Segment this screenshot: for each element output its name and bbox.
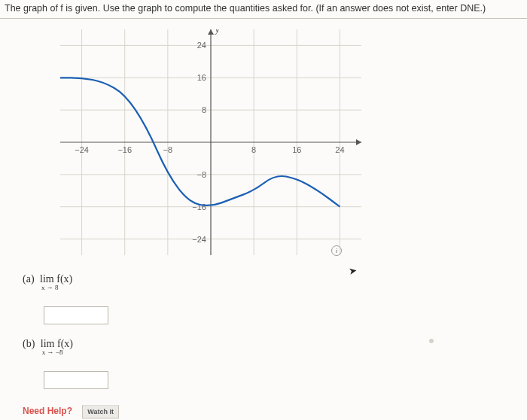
info-icon[interactable]: i (331, 245, 342, 256)
decorative-dot (429, 339, 434, 343)
svg-text:24: 24 (197, 41, 206, 50)
svg-marker-14 (356, 139, 361, 145)
svg-text:y: y (215, 29, 220, 35)
svg-text:8: 8 (202, 105, 206, 114)
svg-text:−8: −8 (163, 145, 173, 154)
svg-text:8: 8 (251, 145, 256, 154)
cursor-arrow-icon: ➤ (348, 264, 358, 277)
svg-text:−24: −24 (192, 235, 206, 244)
svg-text:16: 16 (197, 73, 206, 82)
question-b-expression: lim f(x) (41, 338, 73, 349)
question-a-label: (a) (23, 273, 35, 285)
question-b-label: (b) (23, 338, 35, 350)
graph-container: −24−16−881624−24−16−881624xy (0, 19, 527, 255)
watch-it-button[interactable]: Watch It (82, 405, 119, 418)
need-help-label: Need Help? (23, 406, 72, 416)
answer-input-b[interactable] (44, 371, 108, 389)
svg-text:−24: −24 (75, 145, 89, 154)
graph-of-f: −24−16−881624−24−16−881624xy (60, 29, 361, 255)
svg-text:−16: −16 (117, 145, 132, 154)
need-help-row: Need Help? Watch It (23, 405, 119, 418)
svg-text:24: 24 (335, 145, 344, 154)
instruction-text: The graph of f is given. Use the graph t… (0, 0, 527, 19)
svg-text:16: 16 (292, 145, 301, 154)
svg-text:−8: −8 (196, 170, 206, 179)
answer-input-a[interactable] (44, 306, 108, 324)
svg-marker-15 (208, 29, 214, 35)
question-b-subscript: x → −8 (42, 348, 73, 356)
question-a-expression: lim f(x) (40, 273, 72, 285)
question-a-subscript: x → 8 (41, 284, 72, 291)
question-b: (b) lim f(x) x → −8 (23, 338, 527, 356)
question-a: (a) lim f(x) x → 8 (23, 273, 527, 291)
